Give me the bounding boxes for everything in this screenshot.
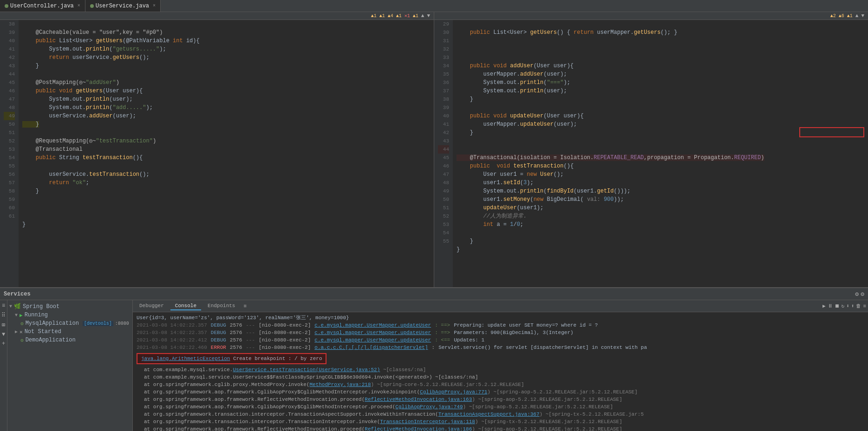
- right-scroll-up[interactable]: ▲: [855, 13, 859, 19]
- tree-arrow-running: ▼: [15, 313, 18, 318]
- log-line-user: User{id=3, userName='zs', passWord='123'…: [137, 314, 864, 322]
- settings-icon[interactable]: ⚙: [855, 290, 859, 298]
- stack-6: at org.springframework.transaction.inter…: [137, 411, 864, 418]
- stack-7: at org.springframework.transaction.inter…: [137, 418, 864, 425]
- tab-left-label: UserController.java: [10, 3, 74, 9]
- log-class-1[interactable]: c.e.mysql.mapper.UserMapper.updateUser: [314, 322, 431, 329]
- log-sql-2: Parameters: 900(BigDecimal), 3(Integer): [454, 329, 573, 336]
- stack-jar-0: ~[classes/:na]: [380, 367, 426, 373]
- stack-link-2[interactable]: MethodProxy.java:218: [309, 382, 371, 387]
- console-clear-btn[interactable]: 🗑: [856, 303, 861, 309]
- tree-item-mysqlapp[interactable]: ⚙ MysqlApplication [devtools] :8080: [7, 319, 132, 328]
- toolbar-icon-3[interactable]: ⊞: [1, 321, 6, 329]
- log-sep-2: ---: [246, 329, 255, 336]
- right-code-lines[interactable]: public List<User> getUsers() { return us…: [453, 20, 868, 287]
- services-header: Services ⚙ ⚙: [0, 288, 868, 300]
- log-sep-3: ---: [246, 336, 255, 344]
- tree-item-demoapp[interactable]: ⚙ DemoApplication: [7, 336, 132, 344]
- right-warn2-badge: ▲1: [847, 13, 853, 19]
- left-scroll-down[interactable]: ▼: [427, 13, 430, 19]
- stack-jar-2: ) ~[spring-core-5.2.12.RELEASE.jar:5.2.1…: [371, 382, 524, 387]
- left-code-lines[interactable]: @Cacheable(value = "user",key = "#p0") p…: [19, 20, 434, 287]
- stack-link-7[interactable]: TransactionInterceptor.java:118: [380, 419, 475, 425]
- log-thread-3: 2576: [230, 336, 242, 344]
- left-warning-badge: ▲1 ▲1 ▲4 ▲1: [371, 13, 402, 19]
- tab-right-close[interactable]: ×: [153, 3, 156, 8]
- toolbar-icon-4[interactable]: ▼: [1, 331, 6, 338]
- console-down-btn[interactable]: ⬇: [846, 303, 849, 309]
- tree-label-demoapp: DemoApplication: [26, 337, 76, 343]
- left-code-panel: ▲1 ▲1 ▲4 ▲1 ✕1 ▲1 ▲ ▼ 3839404142 4344454…: [0, 12, 434, 287]
- tab-userservice[interactable]: UserService.java ×: [85, 0, 161, 12]
- tree-item-running[interactable]: ▼ ▶ Running: [7, 311, 132, 319]
- log-lvl-1: DEBUG: [211, 322, 226, 329]
- log-class-2[interactable]: c.e.mysql.mapper.UserMapper.updateUser: [314, 329, 431, 336]
- stack-link-8[interactable]: ReflectiveMethodInvocation.java:186: [365, 426, 472, 431]
- stack-4: at org.springframework.aop.framework.Ref…: [137, 396, 864, 403]
- log-lvl-4: ERROR: [211, 344, 226, 351]
- left-error-badge: ✕1: [405, 13, 410, 19]
- exception-class[interactable]: java.lang.ArithmeticException: [141, 356, 230, 361]
- notstarted-icon: ✕: [20, 329, 23, 335]
- left-scroll-up[interactable]: ▲: [421, 13, 424, 19]
- console-restart-btn[interactable]: ↻: [842, 303, 845, 309]
- log-sql-3: Updates: 1: [454, 336, 484, 344]
- stack-2: at org.springframework.cglib.proxy.Metho…: [137, 381, 864, 388]
- stack-link-6[interactable]: TransactionAspectSupport.java:367: [438, 412, 540, 417]
- log-ts-3: 2021-03-08 14:02:22.412: [137, 336, 207, 344]
- stack-text-8: at org.springframework.aop.framework.Ref…: [144, 426, 365, 431]
- tree-label-springboot: Spring Boot: [23, 303, 59, 310]
- console-content[interactable]: User{id=3, userName='zs', passWord='123'…: [133, 312, 868, 431]
- left-code-content: 3839404142 4344454647 484950 5152535455 …: [0, 20, 434, 287]
- stack-link-5[interactable]: CglibAopProxy.java:749: [395, 404, 463, 410]
- tree-item-notstarted[interactable]: ▶ ✕ Not Started: [7, 328, 132, 336]
- log-line-1: 2021-03-08 14:02:22.357 DEBUG 2576 --- […: [137, 322, 864, 329]
- tab-usercontroller[interactable]: UserController.java ×: [0, 0, 85, 12]
- services-body: ≡ ⠿ ⊞ ▼ + ▼ 🌿 Spring Boot ▼ ▶ Running ⚙ …: [0, 300, 868, 431]
- toolbar-icon-1[interactable]: ≡: [1, 302, 6, 309]
- stack-link-0[interactable]: UserService.testTransaction(UserService.…: [233, 367, 380, 373]
- stack-link-4[interactable]: ReflectiveMethodInvocation.java:163: [365, 397, 472, 402]
- right-scroll-down[interactable]: ▼: [861, 13, 864, 19]
- more-settings-icon[interactable]: ⚙: [861, 290, 864, 298]
- stack-jar-5: ) ~[spring-aop-5.2.12.RELEASE.jar:5.2.12…: [463, 404, 613, 410]
- tree-item-springboot[interactable]: ▼ 🌿 Spring Boot: [7, 302, 132, 311]
- springboot-icon: 🌿: [14, 303, 21, 310]
- editors-container: ▲1 ▲1 ▲4 ▲1 ✕1 ▲1 ▲ ▼ 3839404142 4344454…: [0, 12, 868, 287]
- console-up-btn[interactable]: ⬆: [851, 303, 855, 309]
- console-play-btn[interactable]: ▶: [822, 303, 826, 309]
- stack-text-3: at org.springframework.aop.framework.Cgl…: [144, 389, 420, 395]
- stack-text-0: at com.example.mysql.service.: [144, 367, 233, 373]
- stack-link-3[interactable]: CglibAopProxy.java:771: [420, 389, 487, 395]
- log-line-4: 2021-03-08 14:02:22.460 ERROR 2576 --- […: [137, 344, 864, 351]
- log-ts-2: 2021-03-08 14:02:22.357: [137, 329, 207, 336]
- console-stop-btn[interactable]: ⏹: [835, 303, 840, 309]
- tab-endpoints[interactable]: Endpoints: [203, 302, 240, 310]
- console-pause-btn[interactable]: ⏸: [828, 303, 833, 309]
- exception-box: java.lang.ArithmeticException Create bre…: [137, 353, 326, 364]
- tab-left-close[interactable]: ×: [78, 3, 80, 8]
- toolbar-icon-2[interactable]: ⠿: [1, 311, 6, 319]
- console-tabs-bar: Debugger Console Endpoints ≡ ▶ ⏸ ⏹ ↻ ⬇ ⬆…: [133, 300, 868, 312]
- left-panel-header: ▲1 ▲1 ▲4 ▲1 ✕1 ▲1 ▲ ▼: [0, 12, 434, 20]
- log-lvl-3: DEBUG: [211, 336, 226, 344]
- mysqlapp-icon: ⚙: [20, 321, 24, 327]
- log-exec-2: [nio-8080-exec-2]: [259, 329, 311, 336]
- toolbar-icon-5[interactable]: +: [1, 340, 6, 347]
- exception-suffix: Create breakpoint : / by zero: [233, 356, 322, 361]
- endpoints-icon: ≡: [243, 303, 247, 309]
- log-arrow-1: : ==>: [435, 322, 450, 329]
- log-class-3[interactable]: c.e.mysql.mapper.UserMapper.updateUser: [314, 336, 431, 344]
- stack-jar-6: ) ~[spring-tx-5.2.12.RELEASE.jar:5: [540, 412, 644, 417]
- port-badge: :8080: [115, 321, 129, 326]
- tab-debugger[interactable]: Debugger: [135, 302, 169, 310]
- console-menu-btn[interactable]: ≡: [863, 303, 866, 309]
- running-icon: ▶: [20, 312, 23, 318]
- tabs-bar: UserController.java × UserService.java ×: [0, 0, 868, 12]
- stack-text-5: at org.springframework.aop.framework.Cgl…: [144, 404, 395, 410]
- stack-text-4: at org.springframework.aop.framework.Ref…: [144, 397, 365, 402]
- log-class-4[interactable]: o.a.c.c.C.[.[.[/].[dispatcherServlet]: [314, 344, 428, 351]
- tab-console[interactable]: Console: [170, 302, 201, 310]
- log-arrow-4: :: [432, 344, 435, 351]
- right-line-numbers: 2930313233 3435363738 3940414243 444546 …: [434, 20, 453, 287]
